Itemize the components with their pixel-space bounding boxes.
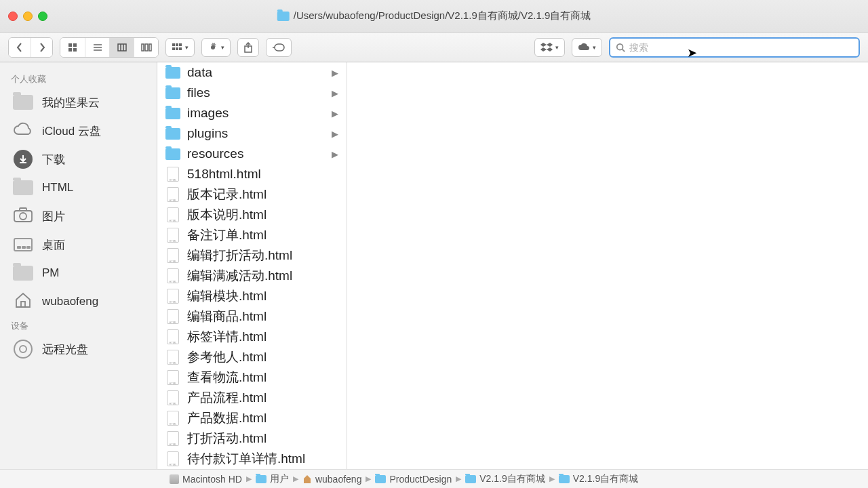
file-icon: [167, 329, 179, 344]
path-label: Macintosh HD: [182, 474, 242, 485]
tag-button[interactable]: [266, 38, 292, 57]
path-segment[interactable]: V2.1.9自有商城: [559, 473, 638, 485]
folder-item[interactable]: data▶: [157, 62, 347, 83]
folder-icon: [256, 475, 267, 483]
folder-item[interactable]: resources▶: [157, 144, 347, 164]
folder-item[interactable]: files▶: [157, 83, 347, 103]
download-icon: [12, 150, 34, 168]
file-item[interactable]: 编辑商品.html: [157, 306, 347, 327]
file-item[interactable]: 产品数据.html: [157, 408, 347, 428]
file-item[interactable]: 待付款订单详情.html: [157, 449, 347, 469]
svg-rect-17: [176, 47, 178, 50]
forward-button[interactable]: [31, 38, 52, 57]
file-item[interactable]: 编辑打折活动.html: [157, 245, 347, 266]
chevron-right-icon: ▶: [332, 149, 338, 159]
back-button[interactable]: [9, 38, 31, 57]
view-icon-button[interactable]: [60, 38, 85, 57]
path-separator: ▶: [246, 474, 252, 483]
file-item[interactable]: 产品流程.html: [157, 388, 347, 408]
window-title: /Users/wubaofeng/ProductDesign/V2.1.9自有商…: [277, 9, 591, 22]
file-item[interactable]: 版本说明.html: [157, 205, 347, 225]
svg-rect-0: [68, 43, 72, 47]
disk-icon: [170, 474, 179, 484]
item-name: 版本说明.html: [187, 206, 338, 224]
file-item[interactable]: 查看物流.html: [157, 367, 347, 388]
view-gallery-button[interactable]: [134, 38, 158, 57]
file-item[interactable]: 版本记录.html: [157, 184, 347, 205]
path-segment[interactable]: Macintosh HD: [170, 474, 242, 485]
chevron-down-icon: ▾: [593, 44, 596, 51]
svg-rect-14: [176, 43, 178, 46]
search-input[interactable]: [629, 42, 853, 53]
sidebar-item[interactable]: 我的坚果云: [0, 88, 157, 117]
item-name: 产品流程.html: [187, 389, 338, 407]
folder-icon: [12, 179, 34, 197]
file-icon: [167, 207, 179, 222]
maximize-button[interactable]: [38, 12, 47, 21]
minimize-button[interactable]: [23, 12, 33, 21]
arrange-button[interactable]: ▾: [165, 38, 195, 57]
file-icon: [167, 451, 179, 466]
dropbox-button[interactable]: ▾: [534, 38, 565, 57]
sidebar-item-label: wubaofeng: [42, 295, 98, 308]
path-segment[interactable]: V2.1.9自有商城: [465, 473, 545, 485]
chevron-right-icon: ▶: [332, 108, 338, 119]
sidebar-item[interactable]: iCloud 云盘: [0, 117, 157, 145]
disc-icon: [12, 340, 34, 358]
sidebar-item[interactable]: PM: [0, 259, 157, 287]
file-icon: [167, 390, 179, 405]
file-item[interactable]: 编辑满减活动.html: [157, 266, 347, 286]
sidebar-item[interactable]: 下载: [0, 145, 157, 174]
cloud-sync-button[interactable]: ▾: [572, 38, 602, 57]
chevron-down-icon: ▾: [185, 44, 189, 51]
action-button[interactable]: ▾: [201, 38, 231, 57]
folder-item[interactable]: plugins▶: [157, 123, 347, 144]
folder-item[interactable]: images▶: [157, 103, 347, 123]
svg-marker-25: [540, 47, 547, 52]
folder-icon: [165, 108, 180, 119]
file-item[interactable]: 518html.html: [157, 164, 347, 184]
cloud-icon: [12, 122, 34, 140]
path-segment[interactable]: 用户: [256, 473, 289, 485]
sidebar-item[interactable]: 图片: [0, 202, 157, 230]
sidebar-item[interactable]: 远程光盘: [0, 335, 157, 363]
folder-icon: [375, 475, 386, 483]
sidebar-item[interactable]: HTML: [0, 174, 157, 202]
camera-icon: [12, 207, 34, 225]
chevron-down-icon: ▾: [555, 44, 559, 51]
main-area: 个人收藏 我的坚果云iCloud 云盘下载HTML图片桌面PMwubaofeng…: [0, 62, 868, 469]
folder-icon: [165, 67, 180, 79]
file-item[interactable]: 标签详情.html: [157, 327, 347, 347]
sidebar-item[interactable]: wubaofeng: [0, 287, 157, 316]
close-button[interactable]: [8, 12, 18, 21]
path-segment[interactable]: wubaofeng: [302, 474, 362, 485]
svg-marker-23: [540, 43, 547, 47]
view-column-button[interactable]: [109, 38, 134, 57]
svg-line-28: [623, 49, 625, 52]
file-icon: [167, 289, 179, 304]
file-item[interactable]: 编辑模块.html: [157, 286, 347, 306]
file-icon: [167, 370, 179, 385]
sidebar-item-label: 桌面: [42, 237, 65, 253]
path-label: V2.1.9自有商城: [573, 473, 638, 485]
sidebar-item-label: HTML: [42, 181, 73, 195]
toolbar: ▾ ▾ ▾ ▾: [0, 33, 868, 62]
file-item[interactable]: 打折活动.html: [157, 428, 347, 449]
search-box[interactable]: [609, 37, 860, 58]
item-name: 打折活动.html: [187, 430, 338, 447]
home-icon: [302, 474, 312, 484]
view-list-button[interactable]: [85, 38, 109, 57]
svg-rect-18: [179, 47, 182, 50]
chevron-right-icon: ▶: [332, 129, 338, 139]
path-segment[interactable]: ProductDesign: [375, 474, 452, 485]
svg-rect-13: [172, 43, 175, 46]
item-name: 版本记录.html: [187, 186, 338, 203]
file-item[interactable]: 参考他人.html: [157, 347, 347, 367]
file-item[interactable]: 备注订单.html: [157, 225, 347, 245]
item-name: 编辑满减活动.html: [187, 267, 338, 285]
sidebar-item[interactable]: 桌面: [0, 230, 157, 259]
share-button[interactable]: [237, 38, 259, 57]
sidebar: 个人收藏 我的坚果云iCloud 云盘下载HTML图片桌面PMwubaofeng…: [0, 62, 157, 469]
sidebar-item-label: iCloud 云盘: [42, 123, 101, 139]
item-name: plugins: [187, 126, 325, 141]
